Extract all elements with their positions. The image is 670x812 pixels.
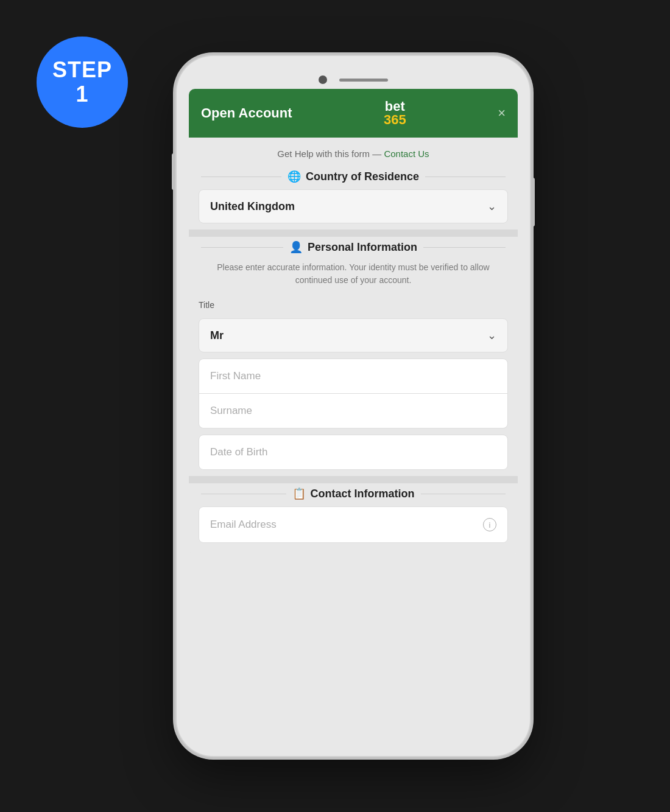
contact-section-title: Contact Information [311,488,415,500]
close-button[interactable]: × [498,105,506,121]
personal-section-title: Personal Information [308,241,417,254]
bet365-logo: bet 365 [384,100,406,127]
page-title: Open Account [201,105,292,121]
country-section-header: 🌐 Country of Residence [287,170,419,183]
first-name-placeholder: First Name [210,370,261,382]
surname-field[interactable]: Surname [199,394,508,429]
section-separator [189,229,518,237]
divider-left [201,177,281,177]
contact-us-link[interactable]: Contact Us [384,149,429,159]
title-label: Title [189,294,518,312]
personal-section-divider: 👤 Personal Information [189,240,518,254]
first-name-field[interactable]: First Name [199,359,508,394]
phone-screen: Open Account bet 365 × Get Help with thi… [189,89,518,555]
phone-camera [319,75,327,84]
form-content: Get Help with this form — Contact Us 🌐 C… [189,138,518,543]
email-field[interactable]: Email Address i [199,506,508,543]
personal-section-header: 👤 Personal Information [289,240,417,254]
phone-frame: Open Account bet 365 × Get Help with thi… [177,56,530,756]
email-placeholder: Email Address [210,519,277,531]
divider-right [421,494,506,494]
surname-placeholder: Surname [210,405,252,416]
title-dropdown[interactable]: Mr ⌄ [199,318,508,352]
dob-field[interactable]: Date of Birth [199,435,508,470]
info-icon: i [483,518,496,531]
section-separator-2 [189,476,518,483]
dob-placeholder: Date of Birth [210,446,268,458]
globe-icon: 🌐 [287,170,301,183]
contact-section-divider: 📋 Contact Information [189,487,518,500]
divider-left [201,494,286,494]
divider-right [425,177,506,177]
step-badge: STEP1 [37,37,128,128]
help-bar: Get Help with this form — Contact Us [189,138,518,170]
chevron-down-icon: ⌄ [487,329,496,342]
divider-right [423,247,506,248]
help-text: Get Help with this form — [277,149,381,159]
app-header: Open Account bet 365 × [189,89,518,138]
name-input-group: First Name Surname [189,359,518,429]
contact-section-header: 📋 Contact Information [292,487,415,500]
phone-notch [189,68,518,89]
divider-left [201,247,283,248]
person-icon: 👤 [289,240,303,254]
personal-info-description: Please enter accurate information. Your … [189,256,518,294]
country-section-title: Country of Residence [306,170,419,183]
country-section-divider: 🌐 Country of Residence [189,170,518,183]
title-selected-value: Mr [210,329,224,342]
contact-icon: 📋 [292,487,306,500]
phone-speaker [339,79,388,82]
country-selected-value: United Kingdom [210,200,295,213]
step-badge-text: STEP1 [52,58,112,106]
chevron-down-icon: ⌄ [487,200,496,213]
country-dropdown[interactable]: United Kingdom ⌄ [199,189,508,223]
